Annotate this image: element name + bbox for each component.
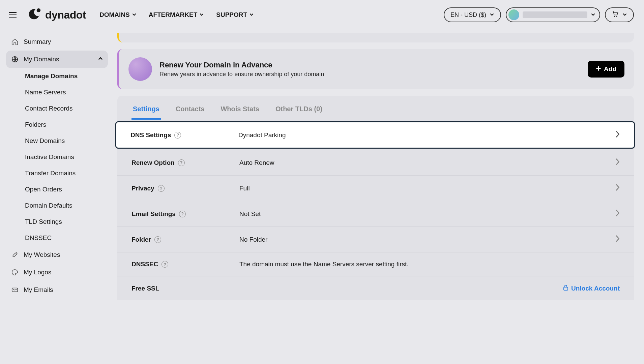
- setting-row-privacy[interactable]: Privacy ? Full: [117, 176, 634, 201]
- menu-toggle-button[interactable]: [6, 8, 20, 22]
- help-icon[interactable]: ?: [162, 261, 168, 268]
- sidebar: Summary My Domains Manage Domains Name S…: [0, 30, 114, 364]
- sidebar-item-summary[interactable]: Summary: [6, 33, 108, 51]
- cart-menu[interactable]: [605, 7, 634, 22]
- logo-mark-icon: [26, 6, 42, 23]
- tab-settings[interactable]: Settings: [131, 102, 161, 120]
- subitem-name-servers[interactable]: Name Servers: [13, 84, 108, 100]
- tab-other-tlds[interactable]: Other TLDs (0): [274, 102, 324, 120]
- setting-label: DNS Settings: [130, 131, 171, 139]
- subitem-open-orders[interactable]: Open Orders: [13, 181, 108, 198]
- chevron-down-icon: [132, 11, 137, 19]
- cart-icon: [612, 11, 619, 19]
- promo-title: Renew Your Domain in Advance: [159, 61, 324, 69]
- chevron-down-icon: [199, 11, 204, 19]
- promo-renew-card: Renew Your Domain in Advance Renew years…: [117, 49, 634, 89]
- sidebar-sublist: Manage Domains Name Servers Contact Reco…: [6, 68, 108, 246]
- sidebar-item-label: My Emails: [24, 286, 53, 294]
- settings-list: DNS Settings ? Dynadot Parking Renew Opt…: [117, 121, 634, 300]
- top-nav: DOMAINS AFTERMARKET SUPPORT: [99, 11, 254, 19]
- chevron-right-icon: [615, 235, 620, 244]
- tab-contacts[interactable]: Contacts: [174, 102, 206, 120]
- svg-point-0: [37, 8, 41, 12]
- chevron-down-icon: [622, 11, 627, 19]
- setting-label: Email Settings: [131, 210, 176, 218]
- help-icon[interactable]: ?: [178, 159, 185, 166]
- lock-icon: [563, 284, 568, 292]
- setting-label: Free SSL: [131, 285, 159, 292]
- header: dynadot DOMAINS AFTERMARKET SUPPORT EN -…: [0, 0, 644, 30]
- username-redacted: [523, 11, 587, 18]
- sidebar-item-my-logos[interactable]: My Logos: [6, 264, 108, 281]
- chevron-right-icon: [615, 130, 620, 140]
- palette-icon: [11, 268, 19, 276]
- svg-point-2: [616, 16, 617, 17]
- setting-row-renew[interactable]: Renew Option ? Auto Renew: [117, 150, 634, 176]
- subitem-contact-records[interactable]: Contact Records: [13, 100, 108, 117]
- main-content: Renew Your Domain in Advance Renew years…: [114, 30, 644, 364]
- subitem-tld-settings[interactable]: TLD Settings: [13, 214, 108, 230]
- help-icon[interactable]: ?: [179, 211, 186, 217]
- tab-whois-stats[interactable]: Whois Stats: [219, 102, 260, 120]
- subitem-domain-defaults[interactable]: Domain Defaults: [13, 198, 108, 214]
- chevron-down-icon: [249, 11, 254, 19]
- setting-value: Not Set: [239, 210, 615, 218]
- help-icon[interactable]: ?: [174, 132, 181, 139]
- locale-label: EN - USD ($): [450, 11, 486, 19]
- chevron-right-icon: [615, 184, 620, 193]
- nav-domains[interactable]: DOMAINS: [99, 11, 137, 19]
- setting-row-folder[interactable]: Folder ? No Folder: [117, 227, 634, 252]
- help-icon[interactable]: ?: [158, 185, 165, 192]
- nav-domains-label: DOMAINS: [99, 11, 130, 19]
- home-icon: [11, 38, 19, 46]
- nav-support-label: SUPPORT: [216, 11, 247, 19]
- promo-avatar: [128, 57, 152, 81]
- tabs: Settings Contacts Whois Stats Other TLDs…: [117, 96, 634, 120]
- nav-aftermarket-label: AFTERMARKET: [149, 11, 198, 19]
- add-button-label: Add: [604, 65, 616, 73]
- subitem-inactive-domains[interactable]: Inactive Domains: [13, 149, 108, 165]
- locale-selector[interactable]: EN - USD ($): [444, 7, 501, 22]
- setting-label: Renew Option: [131, 159, 175, 166]
- subitem-transfer-domains[interactable]: Transfer Domains: [13, 165, 108, 181]
- sidebar-item-label: My Domains: [24, 56, 59, 63]
- unlock-account-link[interactable]: Unlock Account: [563, 284, 620, 292]
- sidebar-item-my-domains[interactable]: My Domains: [6, 51, 108, 68]
- subitem-dnssec[interactable]: DNSSEC: [13, 230, 108, 246]
- setting-value: No Folder: [239, 236, 615, 243]
- subitem-manage-domains[interactable]: Manage Domains: [13, 68, 108, 84]
- svg-point-1: [614, 16, 615, 17]
- svg-rect-5: [564, 287, 568, 290]
- subitem-new-domains[interactable]: New Domains: [13, 133, 108, 149]
- chevron-down-icon: [591, 11, 595, 19]
- brand-logo[interactable]: dynadot: [26, 6, 86, 23]
- help-icon[interactable]: ?: [154, 236, 161, 243]
- setting-row-email[interactable]: Email Settings ? Not Set: [117, 201, 634, 227]
- setting-row-dns[interactable]: DNS Settings ? Dynadot Parking: [115, 121, 635, 149]
- user-menu[interactable]: [506, 7, 600, 22]
- promo-subtitle: Renew years in advance to ensure ownersh…: [159, 71, 324, 78]
- globe-icon: [11, 55, 19, 63]
- brush-icon: [11, 251, 19, 259]
- unlock-label: Unlock Account: [571, 285, 620, 292]
- mail-icon: [11, 286, 19, 294]
- chevron-down-icon: [490, 11, 494, 19]
- hamburger-icon: [9, 12, 17, 18]
- setting-label: Privacy: [131, 185, 154, 192]
- subitem-folders[interactable]: Folders: [13, 117, 108, 133]
- settings-card: Settings Contacts Whois Stats Other TLDs…: [117, 96, 634, 300]
- sidebar-item-my-emails[interactable]: My Emails: [6, 281, 108, 299]
- chevron-right-icon: [615, 158, 620, 167]
- setting-value: The domain must use the Name Servers ser…: [239, 261, 620, 268]
- nav-support[interactable]: SUPPORT: [216, 11, 254, 19]
- setting-row-ssl: Free SSL Unlock Account: [117, 276, 634, 300]
- setting-label: DNSSEC: [131, 261, 158, 268]
- setting-label: Folder: [131, 236, 151, 243]
- chevron-up-icon: [98, 56, 103, 63]
- add-button[interactable]: Add: [588, 61, 624, 78]
- sidebar-item-my-websites[interactable]: My Websites: [6, 246, 108, 264]
- previous-card-edge: [117, 33, 634, 42]
- nav-aftermarket[interactable]: AFTERMARKET: [149, 11, 204, 19]
- plus-icon: [596, 65, 601, 73]
- setting-value: Auto Renew: [239, 159, 615, 166]
